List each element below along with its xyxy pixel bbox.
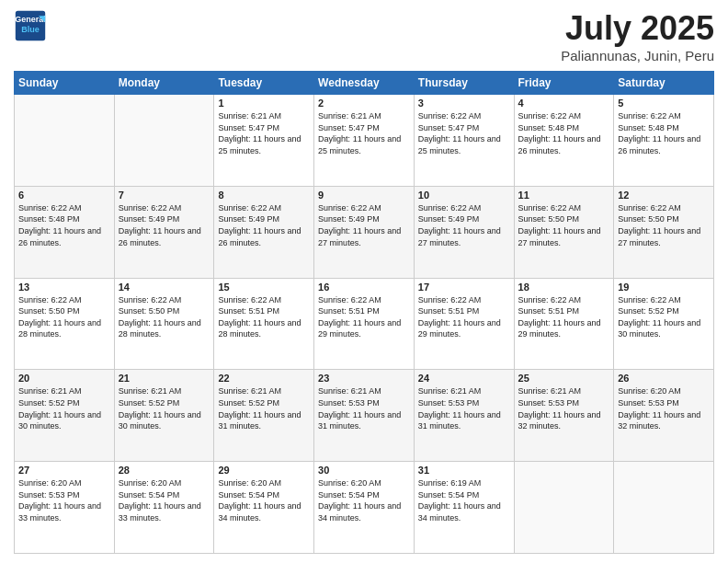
title-block: July 2025 Paliannunas, Junin, Peru: [561, 9, 714, 63]
sunrise: Sunrise: 6:22 AM: [618, 111, 681, 121]
daylight: Daylight: 11 hours and 25 minutes.: [418, 134, 501, 155]
day-number: 31: [418, 465, 510, 476]
cell-1-2: 8 Sunrise: 6:22 AM Sunset: 5:49 PM Dayli…: [214, 186, 314, 278]
cell-4-0: 27 Sunrise: 6:20 AM Sunset: 5:53 PM Dayl…: [15, 462, 115, 554]
day-info: Sunrise: 6:21 AM Sunset: 5:53 PM Dayligh…: [418, 385, 510, 431]
daylight: Daylight: 11 hours and 25 minutes.: [318, 134, 401, 155]
cell-4-5: [514, 462, 614, 554]
sunrise: Sunrise: 6:20 AM: [318, 478, 381, 488]
day-number: 23: [318, 373, 410, 384]
sunrise: Sunrise: 6:20 AM: [18, 478, 82, 488]
cell-2-0: 13 Sunrise: 6:22 AM Sunset: 5:50 PM Dayl…: [15, 278, 115, 370]
daylight: Daylight: 11 hours and 31 minutes.: [318, 410, 401, 431]
sunset: Sunset: 5:51 PM: [518, 306, 580, 316]
day-info: Sunrise: 6:22 AM Sunset: 5:49 PM Dayligh…: [119, 202, 210, 248]
sunrise: Sunrise: 6:22 AM: [119, 203, 182, 213]
sunset: Sunset: 5:52 PM: [618, 306, 679, 316]
week-row-1: 6 Sunrise: 6:22 AM Sunset: 5:48 PM Dayli…: [15, 186, 714, 278]
daylight: Daylight: 11 hours and 34 minutes.: [318, 501, 401, 523]
sunrise: Sunrise: 6:22 AM: [418, 203, 482, 213]
sunset: Sunset: 5:54 PM: [418, 490, 480, 500]
sunset: Sunset: 5:49 PM: [418, 214, 480, 224]
daylight: Daylight: 11 hours and 26 minutes.: [218, 226, 301, 247]
sunrise: Sunrise: 6:21 AM: [218, 386, 281, 396]
sunrise: Sunrise: 6:20 AM: [618, 386, 681, 396]
cell-3-1: 21 Sunrise: 6:21 AM Sunset: 5:52 PM Dayl…: [114, 370, 214, 462]
cell-1-0: 6 Sunrise: 6:22 AM Sunset: 5:48 PM Dayli…: [15, 186, 115, 278]
cell-1-5: 11 Sunrise: 6:22 AM Sunset: 5:50 PM Dayl…: [514, 186, 614, 278]
cell-1-3: 9 Sunrise: 6:22 AM Sunset: 5:49 PM Dayli…: [314, 186, 415, 278]
sunset: Sunset: 5:51 PM: [218, 306, 279, 316]
sunrise: Sunrise: 6:21 AM: [418, 386, 482, 396]
day-number: 6: [18, 190, 110, 201]
daylight: Daylight: 11 hours and 30 minutes.: [18, 410, 101, 431]
sunset: Sunset: 5:48 PM: [18, 214, 80, 224]
day-info: Sunrise: 6:20 AM Sunset: 5:53 PM Dayligh…: [18, 477, 110, 523]
daylight: Daylight: 11 hours and 30 minutes.: [119, 410, 201, 431]
day-number: 10: [418, 190, 510, 201]
header-monday: Monday: [114, 72, 214, 95]
day-number: 13: [18, 282, 110, 293]
sunset: Sunset: 5:49 PM: [218, 214, 279, 224]
sunset: Sunset: 5:53 PM: [618, 398, 679, 408]
calendar-table: Sunday Monday Tuesday Wednesday Thursday…: [14, 71, 714, 554]
cell-0-4: 3 Sunrise: 6:22 AM Sunset: 5:47 PM Dayli…: [414, 95, 514, 187]
sunset: Sunset: 5:52 PM: [18, 398, 80, 408]
day-number: 4: [518, 98, 610, 109]
cell-3-2: 22 Sunrise: 6:21 AM Sunset: 5:52 PM Dayl…: [214, 370, 314, 462]
sunset: Sunset: 5:48 PM: [618, 123, 679, 132]
daylight: Daylight: 11 hours and 29 minutes.: [318, 318, 401, 339]
day-number: 25: [518, 373, 610, 384]
sunset: Sunset: 5:50 PM: [119, 306, 180, 316]
sunrise: Sunrise: 6:22 AM: [518, 111, 582, 121]
day-number: 18: [518, 282, 610, 293]
day-info: Sunrise: 6:22 AM Sunset: 5:51 PM Dayligh…: [318, 294, 410, 340]
daylight: Daylight: 11 hours and 25 minutes.: [218, 134, 301, 155]
daylight: Daylight: 11 hours and 30 minutes.: [618, 318, 700, 339]
sunrise: Sunrise: 6:21 AM: [318, 386, 381, 396]
day-info: Sunrise: 6:21 AM Sunset: 5:53 PM Dayligh…: [518, 385, 610, 431]
sunset: Sunset: 5:51 PM: [418, 306, 480, 316]
day-number: 14: [119, 282, 210, 293]
sunset: Sunset: 5:48 PM: [518, 123, 580, 132]
daylight: Daylight: 11 hours and 29 minutes.: [518, 318, 601, 339]
day-number: 26: [618, 373, 710, 384]
day-info: Sunrise: 6:22 AM Sunset: 5:47 PM Dayligh…: [418, 110, 510, 156]
cell-0-5: 4 Sunrise: 6:22 AM Sunset: 5:48 PM Dayli…: [514, 95, 614, 187]
day-info: Sunrise: 6:20 AM Sunset: 5:53 PM Dayligh…: [618, 385, 710, 431]
daylight: Daylight: 11 hours and 26 minutes.: [18, 226, 101, 247]
cell-0-3: 2 Sunrise: 6:21 AM Sunset: 5:47 PM Dayli…: [314, 95, 415, 187]
week-row-0: 1 Sunrise: 6:21 AM Sunset: 5:47 PM Dayli…: [15, 95, 714, 187]
sunset: Sunset: 5:47 PM: [318, 123, 380, 132]
day-number: 22: [218, 373, 310, 384]
daylight: Daylight: 11 hours and 31 minutes.: [418, 410, 501, 431]
sunset: Sunset: 5:51 PM: [318, 306, 380, 316]
day-info: Sunrise: 6:21 AM Sunset: 5:52 PM Dayligh…: [218, 385, 310, 431]
cell-0-6: 5 Sunrise: 6:22 AM Sunset: 5:48 PM Dayli…: [614, 95, 714, 187]
day-info: Sunrise: 6:21 AM Sunset: 5:53 PM Dayligh…: [318, 385, 410, 431]
day-info: Sunrise: 6:22 AM Sunset: 5:48 PM Dayligh…: [618, 110, 710, 156]
sunrise: Sunrise: 6:21 AM: [518, 386, 582, 396]
day-info: Sunrise: 6:22 AM Sunset: 5:48 PM Dayligh…: [18, 202, 110, 248]
week-row-3: 20 Sunrise: 6:21 AM Sunset: 5:52 PM Dayl…: [15, 370, 714, 462]
cell-1-6: 12 Sunrise: 6:22 AM Sunset: 5:50 PM Dayl…: [614, 186, 714, 278]
day-info: Sunrise: 6:22 AM Sunset: 5:50 PM Dayligh…: [18, 294, 110, 340]
day-info: Sunrise: 6:21 AM Sunset: 5:47 PM Dayligh…: [218, 110, 310, 156]
header-sunday: Sunday: [15, 72, 115, 95]
daylight: Daylight: 11 hours and 26 minutes.: [119, 226, 201, 247]
sunrise: Sunrise: 6:20 AM: [119, 478, 182, 488]
daylight: Daylight: 11 hours and 26 minutes.: [618, 134, 700, 155]
cell-4-1: 28 Sunrise: 6:20 AM Sunset: 5:54 PM Dayl…: [114, 462, 214, 554]
daylight: Daylight: 11 hours and 34 minutes.: [218, 501, 301, 523]
sunrise: Sunrise: 6:22 AM: [218, 295, 281, 304]
sunset: Sunset: 5:52 PM: [218, 398, 279, 408]
daylight: Daylight: 11 hours and 27 minutes.: [318, 226, 401, 247]
day-number: 7: [119, 190, 210, 201]
week-row-2: 13 Sunrise: 6:22 AM Sunset: 5:50 PM Dayl…: [15, 278, 714, 370]
cell-4-6: [614, 462, 714, 554]
day-number: 28: [119, 465, 210, 476]
sunrise: Sunrise: 6:22 AM: [318, 295, 381, 304]
header-thursday: Thursday: [414, 72, 514, 95]
day-info: Sunrise: 6:22 AM Sunset: 5:49 PM Dayligh…: [318, 202, 410, 248]
cell-4-3: 30 Sunrise: 6:20 AM Sunset: 5:54 PM Dayl…: [314, 462, 415, 554]
